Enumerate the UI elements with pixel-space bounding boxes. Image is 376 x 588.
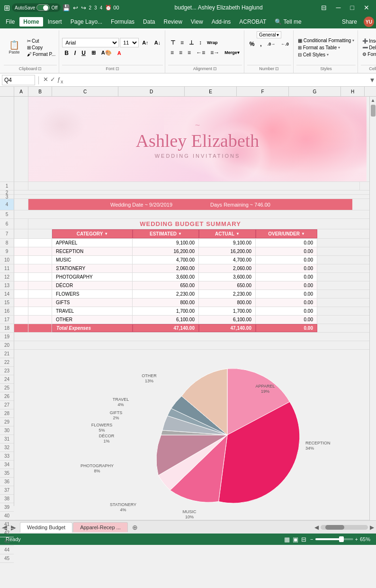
redo-icon[interactable]: ↩ [81,4,86,11]
r3[interactable] [14,195,360,199]
font-expand-icon[interactable]: ⊡ [116,66,119,71]
increase-decimal-button[interactable]: .0→ [265,39,278,49]
menu-review[interactable]: Review [160,17,186,27]
dr12-a[interactable] [14,273,28,281]
dr9-b[interactable] [28,247,52,255]
menu-file[interactable]: File [2,17,18,27]
align-left-button[interactable]: ≡ [168,48,176,57]
cells-area[interactable]: ~ Ashley Elizabeth WEDDING INVITATIONS [14,97,369,520]
dr14-overunder[interactable]: 0.00 [256,290,317,298]
dr14-category[interactable]: FLOWERS [52,290,133,298]
increase-font-button[interactable]: A↑ [140,38,151,47]
dr17-overunder[interactable]: 0.00 [256,316,317,324]
menu-data[interactable]: Data [139,17,159,27]
align-center-button[interactable]: ≡ [177,48,185,57]
insert-cells-button[interactable]: ➕ Insert▾ [361,38,376,44]
row-5[interactable] [14,210,369,219]
font-family-select[interactable]: Arial [62,38,119,47]
col-header-c[interactable]: C [52,87,118,96]
filter-icon-category[interactable]: ▼ [104,232,108,236]
dr10-overunder[interactable]: 0.00 [256,256,317,264]
r1-b[interactable] [28,182,360,190]
menu-acrobat[interactable]: ACROBAT [235,17,270,27]
dr10-actual[interactable]: 4,700.00 [199,256,256,264]
dr16-category[interactable]: TRAVEL [52,307,133,315]
dr11-estimated[interactable]: 2,060.00 [133,264,199,272]
decrease-font-button[interactable]: A↓ [152,38,163,47]
r2[interactable] [14,190,360,194]
header-overunder[interactable]: OVER/UNDER ▼ [256,229,317,238]
dr9-actual[interactable]: 16,200.00 [199,247,256,255]
filter-icon-actual[interactable]: ▼ [236,232,240,236]
header-actual[interactable]: ACTUAL ▼ [199,229,256,238]
dr8-category[interactable]: APPAREL [52,239,133,247]
clipboard-expand-icon[interactable]: ⊡ [38,66,42,71]
dr17-b[interactable] [28,316,52,324]
menu-formulas[interactable]: Formulas [107,17,138,27]
dr15-overunder[interactable]: 0.00 [256,299,317,307]
col-header-f[interactable]: F [237,87,289,96]
add-sheet-button[interactable]: ⊕ [128,522,142,533]
dr13-b[interactable] [28,281,52,289]
dr11-overunder[interactable]: 0.00 [256,264,317,272]
row-19[interactable] [14,333,369,341]
zoom-bar[interactable] [315,538,353,540]
dr9-overunder[interactable]: 0.00 [256,247,317,255]
scroll-thumb[interactable] [371,105,376,117]
paste-button[interactable]: 📋 Paste [4,39,25,56]
save-icon[interactable]: 💾 [63,4,70,11]
dr12-estimated[interactable]: 3,600.00 [133,273,199,281]
percent-button[interactable]: % [247,39,257,49]
italic-button[interactable]: I [72,48,78,58]
total-actual-cell[interactable]: 47,140.00 [199,324,256,332]
dr14-actual[interactable]: 2,230.00 [199,290,256,298]
number-expand-icon[interactable]: ⊡ [275,66,279,71]
scroll-up-button[interactable]: ▲ [370,97,376,104]
format-painter-button[interactable]: 🖌 Format P... [26,51,57,57]
delete-cells-button[interactable]: ➖ Delete▾ [361,45,376,51]
dr14-a[interactable] [14,290,28,298]
align-right-button[interactable]: ≡ [185,48,193,57]
r7-b[interactable] [28,229,52,238]
dr15-estimated[interactable]: 800.00 [133,299,199,307]
total-overunder-cell[interactable]: 0.00 [256,324,317,332]
col-header-g[interactable]: G [289,87,341,96]
dr12-b[interactable] [28,273,52,281]
border-button[interactable]: ⊞ [89,48,98,58]
dr16-b[interactable] [28,307,52,315]
tab-scroll-right[interactable]: ▶ [370,524,374,531]
dr16-estimated[interactable]: 1,700.00 [133,307,199,315]
header-estimated[interactable]: ESTIMATED ▼ [133,229,199,238]
layout-view-icon[interactable]: ▣ [293,536,298,543]
filter-icon-estimated[interactable]: ▼ [178,232,182,236]
cut-button[interactable]: ✂ Cut [26,38,57,44]
r7-a[interactable] [14,229,28,238]
fill-color-button[interactable]: A🎨 [99,48,114,58]
copy-button[interactable]: ⊞ Copy [26,45,57,51]
dr9-estimated[interactable]: 16,200.00 [133,247,199,255]
dr16-overunder[interactable]: 0.00 [256,307,317,315]
dr12-actual[interactable]: 3,600.00 [199,273,256,281]
menu-tellme[interactable]: 🔍 Tell me [271,17,305,27]
align-top-button[interactable]: ⊤ [168,38,178,47]
page-break-view-icon[interactable]: ⊟ [301,536,306,543]
dr10-a[interactable] [14,256,28,264]
cell-reference-input[interactable] [2,75,35,85]
dr12-overunder[interactable]: 0.00 [256,273,317,281]
dr9-a[interactable] [14,247,28,255]
zoom-out-button[interactable]: − [310,536,313,542]
autosave-toggle-switch[interactable] [36,4,50,11]
menu-pagelayout[interactable]: Page Layo... [67,17,106,27]
cell-styles-button[interactable]: ⊟ Cell Styles ▾ [296,52,356,58]
col-header-h[interactable]: H [341,87,365,96]
menu-share[interactable]: Share [338,17,361,27]
dr12-category[interactable]: PHOTOGRAPHY [52,273,133,281]
minimize-button[interactable]: ─ [333,3,344,12]
dr15-b[interactable] [28,299,52,307]
dr10-b[interactable] [28,256,52,264]
total-estimated-cell[interactable]: 47,140.00 [133,324,199,332]
tab-wedding-budget[interactable]: Wedding Budget [20,522,72,533]
insert-function-icon[interactable]: ƒx [57,76,63,84]
zoom-in-button[interactable]: + [355,536,358,542]
tab-apparel-recep[interactable]: Apparel-Recep ... [73,522,128,532]
